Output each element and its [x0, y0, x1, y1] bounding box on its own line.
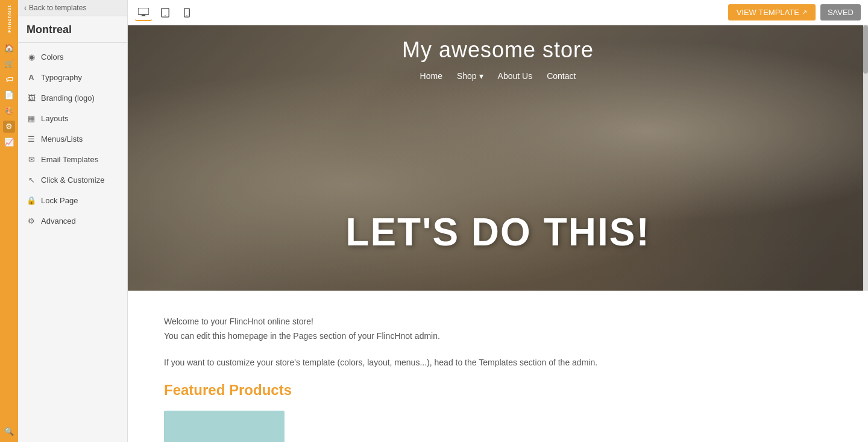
icon-sidebar: FlinchNot 🏠 🛒 🏷 📄 🎨 ⚙ 📈 🔍: [0, 0, 18, 442]
nav-item-lock-page-label: Lock Page: [41, 196, 78, 205]
view-template-label: VIEW TEMPLATE: [737, 8, 799, 17]
top-toolbar: VIEW TEMPLATE ↗ SAVED: [128, 0, 868, 25]
nav-item-menus-label: Menus/Lists: [41, 134, 83, 144]
nav-item-branding-label: Branding (logo): [41, 93, 95, 103]
email-icon: ✉: [27, 154, 36, 164]
nav-item-email[interactable]: ✉ Email Templates: [18, 149, 127, 169]
back-arrow-icon: ‹: [24, 4, 27, 12]
nav-item-advanced[interactable]: ⚙ Advanced: [18, 210, 127, 231]
nav-item-lock-page[interactable]: 🔒 Lock Page: [18, 190, 127, 210]
sidebar-icon-settings[interactable]: ⚙: [3, 121, 15, 133]
branding-icon: 🖼: [27, 93, 36, 103]
mobile-device-btn[interactable]: [178, 4, 195, 21]
hero-content: My awesome store Home Shop ▾ About Us Co…: [128, 25, 868, 81]
hero-section: My awesome store Home Shop ▾ About Us Co…: [128, 25, 868, 291]
svg-rect-2: [140, 16, 146, 16]
store-nav: Home Shop ▾ About Us Contact: [420, 71, 576, 81]
back-to-templates-link[interactable]: ‹ Back to templates: [18, 0, 127, 16]
nav-item-layouts[interactable]: ▦ Layouts: [18, 108, 127, 128]
nav-item-colors[interactable]: ◉ Colors: [18, 46, 127, 67]
nav-item-click-customize[interactable]: ↖ Click & Customize: [18, 169, 127, 190]
sidebar-icon-home[interactable]: 🏠: [3, 42, 15, 54]
nav-shop[interactable]: Shop ▾: [457, 71, 483, 81]
back-to-templates-label: Back to templates: [29, 4, 86, 12]
layouts-icon: ▦: [27, 113, 36, 123]
svg-point-6: [186, 15, 187, 16]
saved-button: SAVED: [820, 4, 861, 21]
hero-headline: LET'S DO THIS!: [128, 210, 868, 254]
settings-nav: ◉ Colors A Typography 🖼 Branding (logo) …: [18, 43, 127, 235]
menus-icon: ☰: [27, 134, 36, 144]
colors-icon: ◉: [27, 52, 36, 62]
nav-item-advanced-label: Advanced: [41, 216, 76, 226]
welcome-text-2: If you want to customize your store's te…: [164, 356, 832, 370]
nav-home[interactable]: Home: [420, 71, 442, 81]
typography-icon: A: [27, 72, 36, 82]
nav-item-typography[interactable]: A Typography: [18, 67, 127, 87]
advanced-icon: ⚙: [27, 216, 36, 226]
nav-item-typography-label: Typography: [41, 73, 82, 82]
product-image-placeholder: [164, 411, 285, 442]
left-panel: ‹ Back to templates Montreal ◉ Colors A …: [18, 0, 128, 442]
nav-contact[interactable]: Contact: [547, 71, 576, 81]
lock-icon: 🔒: [27, 195, 36, 205]
nav-item-menus[interactable]: ☰ Menus/Lists: [18, 128, 127, 149]
nav-item-click-customize-label: Click & Customize: [41, 175, 104, 185]
desktop-device-btn[interactable]: [135, 4, 152, 21]
featured-products-title: Featured Products: [164, 382, 832, 399]
sidebar-icon-search[interactable]: 🔍: [3, 425, 15, 437]
view-template-button[interactable]: VIEW TEMPLATE ↗: [728, 4, 816, 21]
sidebar-icon-pages[interactable]: 📄: [3, 89, 15, 101]
sidebar-icon-shop[interactable]: 🛒: [3, 58, 15, 70]
nav-item-layouts-label: Layouts: [41, 114, 69, 123]
svg-rect-0: [138, 8, 149, 14]
nav-item-colors-label: Colors: [41, 52, 64, 62]
external-link-icon: ↗: [802, 8, 807, 16]
sidebar-icon-tags[interactable]: 🏷: [3, 74, 15, 86]
nav-item-email-label: Email Templates: [41, 155, 98, 164]
content-section: Welcome to your FlincHnot online store! …: [128, 291, 868, 442]
brand-label: FlinchNot: [7, 5, 12, 33]
saved-label: SAVED: [828, 8, 854, 17]
sidebar-icon-analytics[interactable]: 📈: [3, 136, 15, 148]
store-title: My awesome store: [402, 37, 594, 63]
tablet-device-btn[interactable]: [157, 4, 174, 21]
click-customize-icon: ↖: [27, 175, 36, 185]
welcome-text-1: Welcome to your FlincHnot online store! …: [164, 315, 832, 344]
svg-rect-1: [142, 14, 145, 16]
sidebar-icon-themes[interactable]: 🎨: [3, 105, 15, 117]
nav-item-branding[interactable]: 🖼 Branding (logo): [18, 87, 127, 108]
preview-frame[interactable]: My awesome store Home Shop ▾ About Us Co…: [128, 25, 868, 442]
template-name: Montreal: [18, 16, 127, 43]
main-area: VIEW TEMPLATE ↗ SAVED My awesome store H…: [128, 0, 868, 442]
nav-about[interactable]: About Us: [498, 71, 533, 81]
svg-point-4: [165, 15, 166, 16]
